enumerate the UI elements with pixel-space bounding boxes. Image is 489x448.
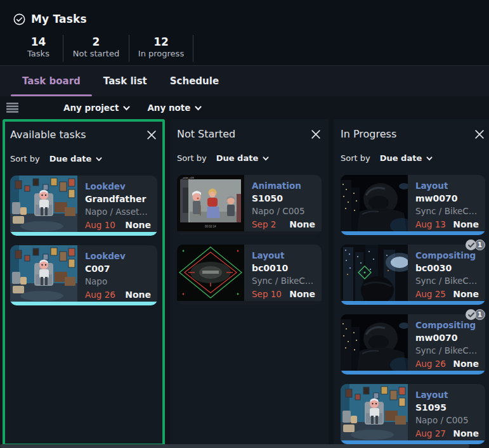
- task-card[interactable]: 1 Compositing bc0030 Sync / BikeChase: [341, 245, 485, 305]
- task-bottom-row: Aug 26 None: [85, 288, 151, 301]
- tab-schedule[interactable]: Schedule: [159, 66, 230, 96]
- task-due-date: Aug 25: [415, 288, 446, 300]
- sort-value-label: Due date: [49, 154, 92, 163]
- task-due-date: Aug 27: [415, 427, 446, 440]
- task-thumbnail: [341, 384, 408, 440]
- stat-label: In progress: [129, 49, 193, 58]
- project-filter-label: Any project: [63, 103, 119, 113]
- task-bottom-row: Aug 13 None: [415, 218, 479, 231]
- task-priority: None: [453, 357, 479, 370]
- sort-row: Sort by Due date: [341, 153, 485, 163]
- sort-row: Sort by Due date: [10, 154, 157, 163]
- sort-by-label: Sort by: [10, 154, 40, 163]
- task-card[interactable]: _anim_c03 00:02:14 Animation S1050 Napo …: [177, 175, 322, 235]
- stat-item: 12 In progress: [129, 35, 193, 62]
- task-entity-name: bc0030: [415, 262, 479, 274]
- task-card[interactable]: Lookdev C007 Napo Aug 26 None: [10, 245, 157, 305]
- task-bottom-row: Aug 10 None: [85, 219, 151, 231]
- sort-by-label: Sort by: [341, 153, 370, 163]
- task-info: Animation S1050 Napo / C005 Sep 2 None: [244, 175, 322, 235]
- task-status-strip: [177, 301, 322, 305]
- list-view-icon[interactable]: [6, 103, 18, 113]
- column-title: In Progress: [341, 128, 396, 140]
- task-project-path: Napo / C005: [415, 414, 479, 426]
- task-bottom-row: Sep 2 None: [252, 218, 315, 231]
- task-due-date: Sep 10: [252, 288, 282, 300]
- stat-item: 2 Not started: [63, 35, 129, 62]
- note-filter-label: Any note: [147, 103, 190, 113]
- svg-text:00:02:14: 00:02:14: [205, 225, 216, 228]
- column-available-tasks: Available tasks Sort by Due date: [3, 119, 165, 446]
- page-title-row: My Tasks: [13, 13, 489, 25]
- sort-dropdown[interactable]: Due date: [216, 153, 270, 163]
- column-close-button[interactable]: [146, 129, 157, 141]
- task-type-label: Lookdev: [85, 250, 151, 262]
- horizontal-scrollbar-thumb[interactable]: [0, 444, 469, 448]
- task-type-label: Animation: [252, 180, 315, 192]
- card-body: Compositing bc0030 Sync / BikeChase Aug …: [341, 245, 485, 305]
- task-info: Lookdev C007 Napo Aug 26 None: [77, 245, 157, 305]
- task-entity-name: mw0070: [415, 192, 479, 205]
- task-thumbnail: [341, 245, 408, 301]
- task-entity-name: bc0010: [252, 262, 315, 274]
- horizontal-scrollbar-track: [0, 444, 489, 448]
- chevron-down-icon: [426, 157, 433, 161]
- check-circle-icon: [13, 13, 25, 25]
- task-card[interactable]: Layout mw0070 Sync / BikeChase Aug 13 No…: [341, 175, 485, 235]
- card-body: Lookdev C007 Napo Aug 26 None: [10, 245, 157, 305]
- task-card[interactable]: Layout S1095 Napo / C005 Aug 27 None: [341, 384, 485, 444]
- stat-value: 12: [129, 35, 193, 48]
- sort-row: Sort by Due date: [177, 153, 322, 163]
- task-info: Compositing mw0070 Sync / BikeChase Aug …: [408, 314, 485, 374]
- card-body: Compositing mw0070 Sync / BikeChase Aug …: [341, 314, 485, 374]
- sort-dropdown[interactable]: Due date: [380, 153, 433, 163]
- header: My Tasks 14 Tasks 2 Not started 12 In pr…: [0, 0, 489, 65]
- task-type-label: Layout: [415, 389, 479, 401]
- project-filter-dropdown[interactable]: Any project: [63, 103, 130, 113]
- task-priority: None: [453, 218, 479, 231]
- task-bottom-row: Aug 27 None: [415, 427, 479, 440]
- card-body: Layout S1095 Napo / C005 Aug 27 None: [341, 384, 485, 444]
- task-type-label: Lookdev: [85, 181, 151, 193]
- column-header: In Progress: [341, 128, 485, 140]
- task-type-label: Compositing: [415, 250, 479, 262]
- column-close-button[interactable]: [474, 129, 485, 140]
- tab-task-list[interactable]: Task list: [92, 66, 159, 96]
- column-in-progress: In Progress Sort by Due date: [334, 119, 489, 446]
- filter-bar: Any project Any note: [0, 96, 489, 119]
- tab-label: Task list: [103, 75, 147, 87]
- task-info: Layout S1095 Napo / C005 Aug 27 None: [408, 384, 485, 444]
- sort-value-label: Due date: [216, 153, 259, 163]
- task-card[interactable]: 1 Compositing mw0070 Sync / BikeChase Au…: [341, 314, 485, 374]
- task-type-label: Compositing: [415, 319, 479, 331]
- sort-value-label: Due date: [380, 153, 422, 163]
- task-thumbnail: [177, 245, 244, 301]
- task-due-date: Aug 13: [415, 218, 446, 231]
- note-filter-dropdown[interactable]: Any note: [147, 103, 202, 113]
- task-status-strip: [177, 231, 322, 235]
- task-card[interactable]: Layout bc0010 Sync / BikeChase Sep 10 No…: [177, 245, 322, 305]
- task-due-date: Aug 10: [85, 219, 115, 231]
- task-entity-name: mw0070: [415, 331, 479, 344]
- card-list: _anim_c03 00:02:14 Animation S1050 Napo …: [177, 175, 322, 305]
- task-priority: None: [289, 218, 315, 231]
- task-card[interactable]: Lookdev Grandfather Napo / Asset_Builds …: [10, 176, 157, 236]
- task-board: Available tasks Sort by Due date: [0, 119, 489, 446]
- column-close-button[interactable]: [310, 129, 322, 140]
- column-title: Available tasks: [10, 129, 86, 141]
- task-entity-name: C007: [85, 262, 151, 275]
- task-priority: None: [125, 288, 151, 301]
- task-project-path: Sync / BikeChase: [415, 205, 479, 217]
- task-priority: None: [125, 219, 151, 231]
- task-status-strip: [341, 231, 485, 235]
- task-project-path: Sync / BikeChase: [415, 274, 479, 287]
- task-type-label: Layout: [252, 250, 315, 262]
- chevron-down-icon: [195, 106, 202, 111]
- task-priority: None: [453, 427, 479, 440]
- sort-dropdown[interactable]: Due date: [49, 154, 103, 163]
- sort-by-label: Sort by: [177, 153, 207, 163]
- task-priority: None: [453, 288, 479, 300]
- task-thumbnail: [341, 175, 408, 231]
- tab-task-board[interactable]: Task board: [11, 66, 92, 96]
- task-entity-name: Grandfather: [85, 193, 151, 205]
